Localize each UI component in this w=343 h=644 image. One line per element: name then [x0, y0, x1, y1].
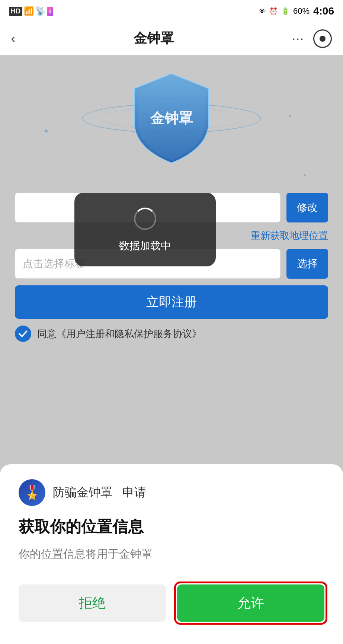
- modify-button[interactable]: 修改: [286, 193, 328, 222]
- status-right-icons: 👁 ⏰ 🔋 60% 4:06: [259, 5, 334, 17]
- dialog-buttons: 拒绝 允许: [19, 584, 324, 622]
- app-name-label: 防骗金钟罩 申请: [53, 484, 146, 501]
- permission-title: 获取你的位置信息: [19, 516, 324, 537]
- alarm-icon: ⏰: [269, 7, 278, 15]
- select-button[interactable]: 选择: [286, 249, 328, 279]
- shield-area: 金钟罩: [0, 55, 343, 178]
- scan-button[interactable]: [313, 29, 332, 48]
- back-button[interactable]: ‹: [11, 32, 15, 45]
- agree-checkbox[interactable]: [15, 326, 31, 342]
- permission-description: 你的位置信息将用于金钟罩: [19, 545, 324, 562]
- allow-button[interactable]: 允许: [177, 584, 324, 622]
- dialog-app-row: 🎖️ 防骗金钟罩 申请: [19, 479, 324, 506]
- sim-icon: i: [47, 7, 53, 16]
- app-action-text: 申请: [122, 486, 146, 499]
- page-title: 金钟罩: [134, 29, 174, 48]
- shield-container: 金钟罩: [131, 70, 212, 167]
- deny-button[interactable]: 拒绝: [19, 584, 166, 622]
- app-icon: 🎖️: [19, 479, 45, 506]
- scan-icon: [320, 36, 326, 42]
- submit-button[interactable]: 立即注册: [15, 285, 328, 319]
- shield-label: 金钟罩: [150, 109, 193, 128]
- signal-icons: 📶: [24, 6, 34, 16]
- nav-bar: ‹ 金钟罩 ···: [0, 22, 343, 55]
- nav-actions: ···: [292, 29, 332, 48]
- agree-text: 同意《用户注册和隐私保护服务协议》: [37, 327, 202, 340]
- app-name-text: 防骗金钟罩: [53, 486, 112, 499]
- police-icon: 🎖️: [24, 485, 41, 500]
- loading-overlay: 数据加载中: [74, 193, 216, 266]
- more-options-button[interactable]: ···: [292, 32, 304, 45]
- eye-icon: 👁: [259, 7, 266, 15]
- permission-dialog: 🎖️ 防骗金钟罩 申请 获取你的位置信息 你的位置信息将用于金钟罩 拒绝 允许: [0, 464, 343, 644]
- status-left-icons: HD 📶 📡 i: [9, 6, 53, 16]
- status-bar: HD 📶 📡 i 👁 ⏰ 🔋 60% 4:06: [0, 0, 343, 22]
- clock-time: 4:06: [313, 5, 334, 17]
- wifi-icon: 📡: [35, 6, 45, 16]
- battery-percent: 60%: [293, 6, 310, 16]
- agree-row: 同意《用户注册和隐私保护服务协议》: [15, 326, 328, 342]
- hd-icon: HD: [9, 7, 22, 16]
- allow-button-wrapper: 允许: [177, 584, 324, 622]
- battery-icon: 🔋: [281, 7, 289, 15]
- main-content: 金钟罩 修改 重新获取地理位置 点击选择标签 选择 立即注册: [0, 55, 343, 644]
- spinner-icon: [134, 208, 156, 230]
- loading-text: 数据加载中: [119, 239, 171, 253]
